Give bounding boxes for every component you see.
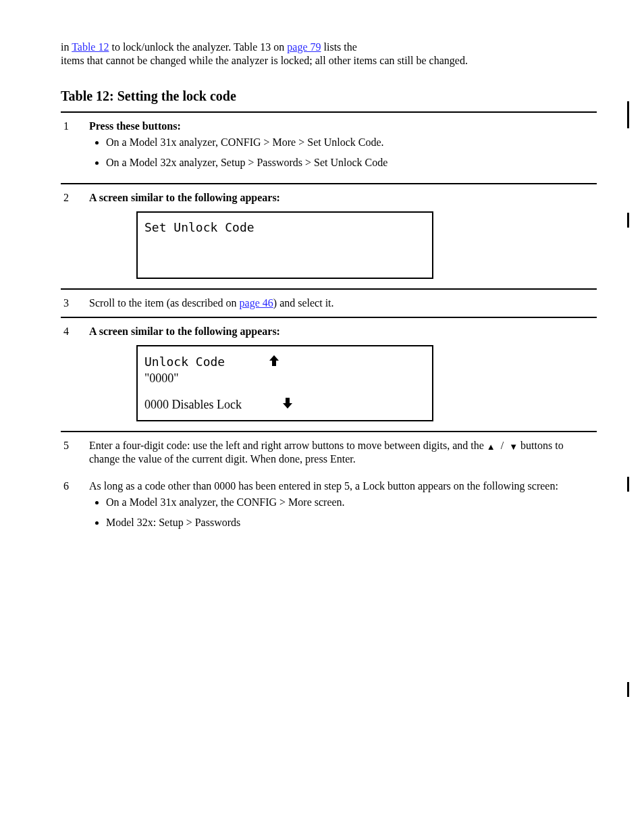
step3-text-before: Scroll to the item (as described on	[89, 297, 240, 309]
screen2-line1: Unlock Code	[144, 354, 225, 369]
device-screen-1: Set Unlock Code	[136, 211, 433, 279]
step-num-4: 4	[61, 318, 86, 432]
changebar	[627, 477, 629, 492]
step-row-5: 5 Enter a four-digit code: use the left …	[61, 432, 597, 473]
step5-text-before: Enter a four-digit code: use the left an…	[89, 440, 484, 451]
step6-list: On a Model 31x analyzer, the CONFIG > Mo…	[89, 496, 594, 529]
intro-text-2: to lock/unlock the analyzer. Table 13 on	[109, 41, 287, 53]
screen2-line2: "0000"	[144, 371, 179, 386]
step-row-6: 6 As long as a code other than 0000 has …	[61, 473, 597, 543]
up-triangle-icon: ▲	[487, 442, 495, 452]
step-row-4: 4 A screen similar to the following appe…	[61, 318, 597, 432]
step4-label: A screen similar to the following appear…	[89, 325, 280, 337]
link-table12[interactable]: Table 12	[72, 41, 109, 53]
intro-paragraph: in Table 12 to lock/unlock the analyzer.…	[61, 41, 597, 68]
step3-text-after: ) and select it.	[273, 297, 334, 309]
down-triangle-icon: ▼	[509, 442, 518, 452]
changebar	[627, 682, 629, 697]
step1-list: On a Model 31x analyzer, CONFIG > More >…	[89, 136, 594, 170]
link-page46[interactable]: page 46	[240, 297, 273, 309]
step1-item-2: On a Model 32x analyzer, Setup > Passwor…	[106, 156, 594, 170]
step1-item-1: On a Model 31x analyzer, CONFIG > More >…	[106, 136, 594, 149]
device-screen-2: Unlock Code "0000" 0000 Disables Lock	[136, 345, 433, 421]
link-page79[interactable]: page 79	[287, 41, 321, 53]
step-num-6: 6	[61, 473, 86, 543]
step-row-3: 3 Scroll to the item (as described on pa…	[61, 290, 597, 317]
screen1-title: Set Unlock Code	[144, 219, 254, 235]
step-num-3: 3	[61, 290, 86, 317]
step-num-5: 5	[61, 432, 86, 473]
changebar	[627, 101, 629, 128]
step-row-1: 1 Press these buttons: On a Model 31x an…	[61, 113, 597, 184]
step6-item-1: On a Model 31x analyzer, the CONFIG > Mo…	[106, 496, 594, 509]
step-num-2: 2	[61, 184, 86, 289]
table12-heading: Table 12: Setting the lock code	[61, 88, 597, 105]
step-row-2: 2 A screen similar to the following appe…	[61, 184, 597, 289]
page: in Table 12 to lock/unlock the analyzer.…	[0, 0, 644, 834]
steps-table: 1 Press these buttons: On a Model 31x an…	[61, 111, 597, 543]
down-arrow-icon	[282, 396, 293, 413]
up-arrow-icon	[269, 353, 279, 371]
screen2-line3: 0000 Disables Lock	[144, 397, 242, 413]
changebar	[627, 213, 629, 228]
intro-text-3: lists the	[321, 41, 357, 53]
step6-text: As long as a code other than 0000 has be…	[89, 480, 558, 492]
step2-label: A screen similar to the following appear…	[89, 192, 280, 203]
step-num-1: 1	[61, 113, 86, 184]
step1-label: Press these buttons:	[89, 120, 181, 132]
intro-text-4: items that cannot be changed while the a…	[61, 55, 468, 66]
step6-item-2: Model 32x: Setup > Passwords	[106, 516, 594, 529]
intro-text-1: in	[61, 41, 72, 53]
